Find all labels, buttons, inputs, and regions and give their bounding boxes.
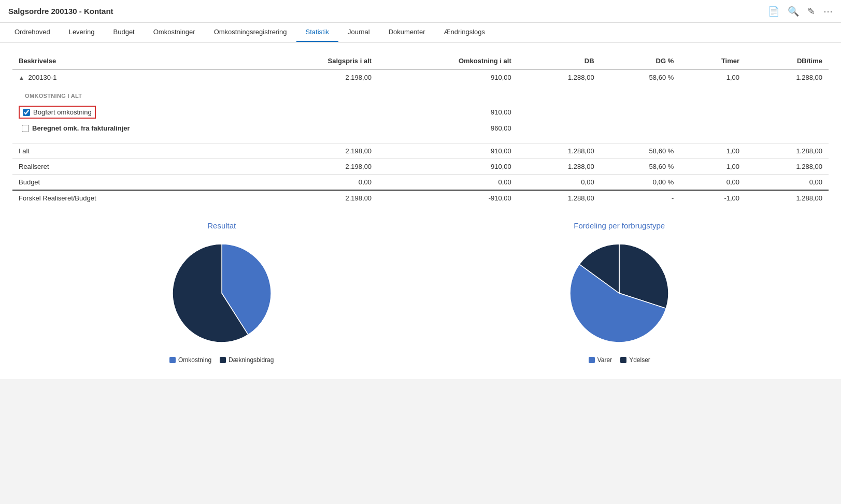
legend-item-varer: Varer [589,356,612,364]
table-row-200130: ▲ 200130-1 2.198,00 910,00 1.288,00 58,6… [12,69,829,85]
legend-item-daekningsbidrag: Dækningsbidrag [220,356,274,364]
realiseret-dg: 58,60 % [601,159,680,175]
bogfort-label: Bogført omkostning [33,108,92,116]
beregnet-row: Beregnet omk. fra fakturalinjer 960,00 [12,121,829,136]
legend-label-ydelser: Ydelser [629,356,650,364]
realiseret-dbtime: 1.288,00 [746,159,829,175]
realiseret-db: 1.288,00 [518,159,601,175]
title-bar-icons: 📄 🔍 ✎ ⋯ [768,6,833,17]
tab-budget[interactable]: Budget [104,23,144,42]
beregnet-value: 960,00 [378,121,518,136]
table-row-budget: Budget 0,00 0,00 0,00 0,00 % 0,00 0,00 [12,175,829,191]
resultat-pie-svg [165,236,279,350]
legend-color-omkostning [169,357,176,363]
col-header-db: DB [518,53,601,69]
realiseret-label: Realiseret [12,159,258,175]
forskel-timer: -1,00 [680,190,746,206]
cell-200130-salgspris: 2.198,00 [258,69,378,85]
realiseret-omkostning: 910,00 [378,159,518,175]
bogfort-checkbox-highlight[interactable]: Bogført omkostning [19,106,96,119]
cell-200130-dbtime: 1.288,00 [746,69,829,85]
tab-levering[interactable]: Levering [60,23,104,42]
legend-item-omkostning: Omkostning [169,356,211,364]
beregnet-label-cell: Beregnet omk. fra fakturalinjer [12,121,258,136]
tab-statistik[interactable]: Statistik [296,23,339,42]
col-header-dg: DG % [601,53,680,69]
chevron-up-icon: ▲ [19,75,24,81]
table-row-realiseret: Realiseret 2.198,00 910,00 1.288,00 58,6… [12,159,829,175]
forskel-omkostning: -910,00 [378,190,518,206]
ialt-omkostning: 910,00 [378,143,518,159]
forskel-dbtime: 1.288,00 [746,190,829,206]
ialt-dbtime: 1.288,00 [746,143,829,159]
omkostning-section-label: OMKOSTNING I ALT [19,89,822,100]
bogfort-checkbox[interactable] [23,109,30,116]
page-title: Salgsordre 200130 - Kontant [8,7,113,16]
budget-salgspris: 0,00 [258,175,378,191]
budget-omkostning: 0,00 [378,175,518,191]
legend-label-daekningsbidrag: Dækningsbidrag [229,356,274,364]
bogfort-row: Bogført omkostning 910,00 [12,104,829,121]
beregnet-checkbox-container[interactable]: Beregnet omk. fra fakturalinjer [19,123,133,134]
statistics-table: Beskrivelse Salgspris i alt Omkostning i… [12,53,829,206]
col-header-salgspris: Salgspris i alt [258,53,378,69]
budget-dbtime: 0,00 [746,175,829,191]
tab-omkostningsregistrering[interactable]: Omkostningsregistrering [205,23,296,42]
ialt-db: 1.288,00 [518,143,601,159]
bogfort-value: 910,00 [378,104,518,121]
tab-dokumenter[interactable]: Dokumenter [379,23,435,42]
ialt-dg: 58,60 % [601,143,680,159]
forskel-dg: - [601,190,680,206]
fordeling-pie-svg [562,236,676,350]
legend-color-varer [589,357,595,363]
tab-ordrehoved[interactable]: Ordrehoved [5,23,60,42]
col-header-timer: Timer [680,53,746,69]
resultat-chart-container: Resultat Omkostning Dækningsbidrag [165,221,279,364]
realiseret-timer: 1,00 [680,159,746,175]
forskel-db: 1.288,00 [518,190,601,206]
main-content: Beskrivelse Salgspris i alt Omkostning i… [0,42,841,379]
resultat-legend: Omkostning Dækningsbidrag [169,356,274,364]
document-icon[interactable]: 📄 [768,6,779,17]
title-bar: Salgsordre 200130 - Kontant 📄 🔍 ✎ ⋯ [0,0,841,23]
table-row-forskel: Forskel Realiseret/Budget 2.198,00 -910,… [12,190,829,206]
budget-timer: 0,00 [680,175,746,191]
table-header-row: Beskrivelse Salgspris i alt Omkostning i… [12,53,829,69]
fordeling-legend: Varer Ydelser [589,356,650,364]
cell-200130-omkostning: 910,00 [378,69,518,85]
fordeling-chart-container: Fordeling per forbrugstype Varer Ydelser [562,221,676,364]
charts-section: Resultat Omkostning Dækningsbidrag Forde… [12,221,829,364]
legend-label-omkostning: Omkostning [178,356,211,364]
edit-icon[interactable]: ✎ [807,6,815,17]
fordeling-chart-title: Fordeling per forbrugstype [574,221,665,230]
tab-journal[interactable]: Journal [338,23,379,42]
tab-omkostninger[interactable]: Omkostninger [144,23,205,42]
legend-color-daekningsbidrag [220,357,226,363]
legend-color-ydelser [620,357,626,363]
col-header-omkostning: Omkostning i alt [378,53,518,69]
tab-aendringslogs[interactable]: Ændringslogs [435,23,495,42]
table-row-ialt: I alt 2.198,00 910,00 1.288,00 58,60 % 1… [12,143,829,159]
ialt-salgspris: 2.198,00 [258,143,378,159]
forskel-label: Forskel Realiseret/Budget [12,190,258,206]
legend-label-varer: Varer [597,356,612,364]
legend-item-ydelser: Ydelser [620,356,650,364]
realiseret-salgspris: 2.198,00 [258,159,378,175]
cell-200130-beskrivelse: ▲ 200130-1 [12,69,258,85]
search-document-icon[interactable]: 🔍 [788,6,799,17]
col-header-beskrivelse: Beskrivelse [12,53,258,69]
more-icon[interactable]: ⋯ [823,6,833,17]
spacer-row [12,136,829,143]
resultat-chart-title: Resultat [207,221,236,230]
section-label-row: OMKOSTNING I ALT [12,85,829,104]
col-header-dbtime: DB/time [746,53,829,69]
beregnet-label: Beregnet omk. fra fakturalinjer [32,124,130,132]
forskel-salgspris: 2.198,00 [258,190,378,206]
cell-200130-db: 1.288,00 [518,69,601,85]
budget-label: Budget [12,175,258,191]
cell-200130-dg: 58,60 % [601,69,680,85]
ialt-label: I alt [12,143,258,159]
bogfort-label-cell: Bogført omkostning [12,104,258,121]
beregnet-checkbox[interactable] [22,125,29,132]
budget-dg: 0,00 % [601,175,680,191]
